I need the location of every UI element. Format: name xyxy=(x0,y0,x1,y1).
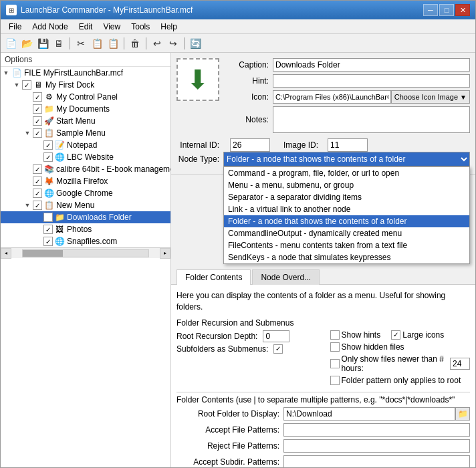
icon-path-input[interactable] xyxy=(273,90,391,104)
hint-input[interactable] xyxy=(273,74,470,88)
tree-item-7[interactable]: ✓🌐LBC Website xyxy=(1,151,170,163)
choose-icon-dropdown-arrow: ▼ xyxy=(460,94,467,101)
tree-item-11[interactable]: ▼✓📋New Menu xyxy=(1,199,170,211)
delete-button[interactable]: 🗑 xyxy=(128,36,142,51)
tree-item-3[interactable]: ✓📁My Documents xyxy=(1,103,170,115)
tree-checkbox[interactable]: ✓ xyxy=(33,201,42,210)
close-button[interactable]: ✕ xyxy=(455,4,470,16)
tree-item-14[interactable]: ✓🌐Snapfiles.com xyxy=(1,235,170,247)
tree-checkbox[interactable]: ✓ xyxy=(33,116,42,126)
tree-panel: Options ▼📄FILE MyFirstLaunchBar.mcf▼✓🖥My… xyxy=(1,53,171,467)
tree-checkbox[interactable]: ✓ xyxy=(43,225,53,234)
dropdown-item-sendkeys[interactable]: SendKeys - a node that simulates keypres… xyxy=(224,251,469,263)
save-as-button[interactable]: 🖥 xyxy=(51,36,66,51)
tree-item-8[interactable]: ✓📚calibre 64bit - E-book manageme... xyxy=(1,163,170,175)
dropdown-item-command[interactable]: Command - a program, file, folder, or ur… xyxy=(224,167,469,179)
large-icons-checkbox[interactable] xyxy=(391,330,400,340)
tree-checkbox[interactable]: ✓ xyxy=(43,140,53,150)
save-button[interactable]: 💾 xyxy=(35,36,50,51)
node-type-select[interactable]: Command - a program, file, folder, or ur… xyxy=(223,152,470,166)
show-hidden-checkbox[interactable] xyxy=(330,342,340,352)
menu-help[interactable]: Help xyxy=(155,21,183,33)
node-type-container: Command - a program, file, folder, or ur… xyxy=(223,152,470,166)
accept-file-input[interactable] xyxy=(283,423,470,437)
tree-expand-icon[interactable]: ▼ xyxy=(11,80,22,90)
tree-checkbox[interactable]: ✓ xyxy=(33,104,42,114)
tree-checkbox[interactable]: ✓ xyxy=(33,189,42,198)
dropdown-item-cmdline[interactable]: CommandlineOutput - dynamically created … xyxy=(224,227,469,239)
main-window: ⊞ LaunchBar Commander - MyFirstLaunchBar… xyxy=(0,0,476,468)
dropdown-item-link[interactable]: Link - a virtual link to another node xyxy=(224,203,469,215)
tree-checkbox[interactable]: ✓ xyxy=(43,152,53,162)
menu-bar: File Add Node Edit View Tools Help xyxy=(1,19,475,34)
choose-icon-button[interactable]: Choose Icon Image ▼ xyxy=(391,90,470,104)
redo-button[interactable]: ↪ xyxy=(166,36,181,51)
tree-checkbox[interactable]: ✓ xyxy=(33,177,42,186)
scroll-right[interactable]: ▸ xyxy=(160,248,170,259)
tree-expand-icon[interactable]: ▼ xyxy=(1,68,11,78)
tab-node-override[interactable]: Node Overd... xyxy=(252,269,320,285)
menu-edit[interactable]: Edit xyxy=(74,21,98,33)
undo-button[interactable]: ↩ xyxy=(150,36,164,51)
show-hints-checkbox[interactable] xyxy=(330,330,340,340)
new-button[interactable]: 📄 xyxy=(3,36,18,51)
tree-expand-icon[interactable]: ▼ xyxy=(22,200,33,211)
image-id-input[interactable] xyxy=(328,138,368,152)
menu-file[interactable]: File xyxy=(3,21,27,33)
paste-button[interactable]: 📋 xyxy=(106,36,120,51)
pattern-root-checkbox[interactable] xyxy=(330,376,340,385)
newer-hours-input[interactable] xyxy=(450,358,470,370)
tree-checkbox[interactable]: ✓ xyxy=(43,213,53,222)
dropdown-item-folder[interactable]: Folder - a node that shows the contents … xyxy=(224,215,469,227)
tree-checkbox[interactable]: ✓ xyxy=(33,128,42,138)
options-left: Root Recursion Depth: Subfolders as Subm… xyxy=(176,330,317,388)
reject-file-input[interactable] xyxy=(283,439,470,453)
minimize-button[interactable]: ─ xyxy=(423,4,438,16)
scroll-left[interactable]: ◂ xyxy=(1,248,11,259)
caption-input[interactable] xyxy=(273,58,470,72)
dropdown-item-menu[interactable]: Menu - a menu, submenu, or group xyxy=(224,179,469,191)
separator-2 xyxy=(124,37,124,49)
root-depth-label: Root Recursion Depth: xyxy=(176,332,257,341)
newer-checkbox[interactable] xyxy=(330,359,340,368)
scroll-track[interactable] xyxy=(22,249,149,257)
tree-item-12[interactable]: ✓📁Downloads Folder xyxy=(1,211,170,223)
tree-item-13[interactable]: ✓🖼Photos xyxy=(1,223,170,235)
menu-add-node[interactable]: Add Node xyxy=(27,21,73,33)
tree-item-0[interactable]: ▼📄FILE MyFirstLaunchBar.mcf xyxy=(1,67,170,79)
tree-checkbox[interactable]: ✓ xyxy=(22,80,31,90)
icon-preview-image: ⬇ xyxy=(187,64,209,95)
open-button[interactable]: 📂 xyxy=(19,36,34,51)
root-depth-input[interactable] xyxy=(263,330,289,342)
maximize-button[interactable]: □ xyxy=(439,4,454,16)
tree-item-10[interactable]: ✓🌐Google Chrome xyxy=(1,187,170,199)
pattern-root-item: Folder pattern only applies to root xyxy=(330,376,461,385)
icon-path-row: Icon: Choose Icon Image ▼ xyxy=(226,90,470,104)
root-folder-input[interactable] xyxy=(283,407,455,421)
menu-tools[interactable]: Tools xyxy=(126,21,155,33)
browse-button[interactable]: 📁 xyxy=(455,407,470,421)
notes-textarea[interactable] xyxy=(273,106,470,133)
accept-subdir-label: Accept Subdir. Patterns: xyxy=(176,457,283,467)
tree-item-5[interactable]: ▼✓📋Sample Menu xyxy=(1,127,170,139)
tree-item-4[interactable]: ✓🚀Start Menu xyxy=(1,115,170,127)
cut-button[interactable]: ✂ xyxy=(74,36,88,51)
tree-checkbox[interactable]: ✓ xyxy=(33,164,42,174)
accept-subdir-input[interactable] xyxy=(283,455,470,467)
internal-id-input[interactable] xyxy=(230,138,270,152)
tree-item-6[interactable]: ✓📝Notepad xyxy=(1,139,170,151)
tree-checkbox[interactable]: ✓ xyxy=(43,237,53,246)
tree-item-1[interactable]: ▼✓🖥My First Dock xyxy=(1,79,170,91)
copy-button[interactable]: 📋 xyxy=(90,36,104,51)
dropdown-item-filecontents[interactable]: FileContents - menu contents taken from … xyxy=(224,239,469,251)
newer-label: Only show files newer than # hours: xyxy=(342,354,449,373)
refresh-button[interactable]: 🔄 xyxy=(188,36,203,51)
tree-item-2[interactable]: ✓⚙My Control Panel xyxy=(1,91,170,103)
dropdown-item-separator[interactable]: Separator - a separator dividing items xyxy=(224,191,469,203)
tree-item-9[interactable]: ✓🦊Mozilla Firefox xyxy=(1,175,170,187)
menu-view[interactable]: View xyxy=(98,21,126,33)
subfolders-checkbox[interactable] xyxy=(273,344,283,354)
tree-checkbox[interactable]: ✓ xyxy=(33,92,42,102)
tree-expand-icon[interactable]: ▼ xyxy=(22,128,33,138)
tab-folder-contents[interactable]: Folder Contents xyxy=(176,269,251,285)
